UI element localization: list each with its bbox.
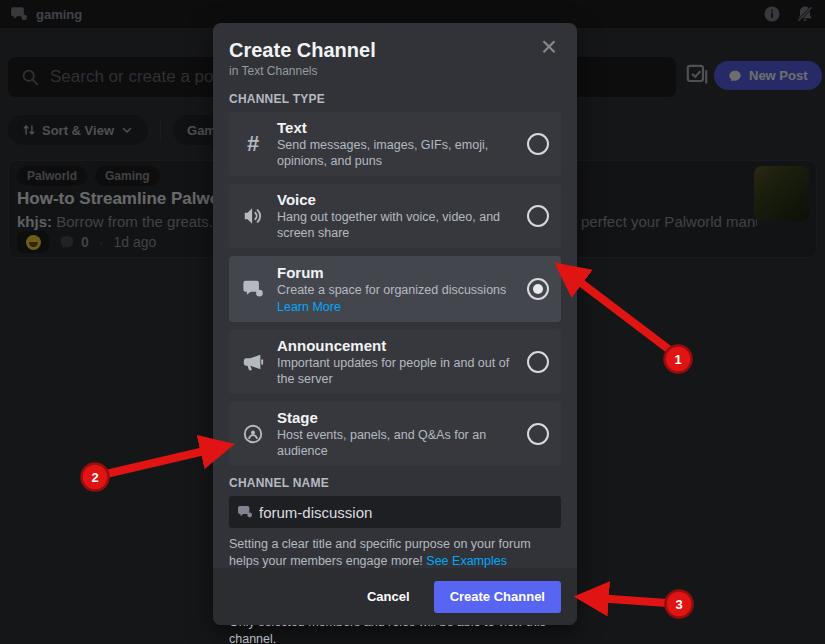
option-title: Text — [277, 119, 515, 136]
forum-icon — [237, 504, 253, 520]
option-body: Stage Host events, panels, and Q&As for … — [277, 409, 515, 459]
channel-type-options: # Text Send messages, images, GIFs, emoj… — [213, 112, 577, 466]
radio-button[interactable] — [527, 423, 549, 445]
modal-subtitle: in Text Channels — [229, 64, 561, 78]
option-desc: Hang out together with voice, video, and… — [277, 209, 515, 241]
radio-button-selected[interactable] — [527, 278, 549, 300]
option-desc: Send messages, images, GIFs, emoji, opin… — [277, 137, 515, 169]
option-desc: Host events, panels, and Q&As for an aud… — [277, 427, 515, 459]
option-title: Voice — [277, 191, 515, 208]
megaphone-icon — [241, 350, 265, 374]
discord-forum-view: gaming New Post Sort & View Gaming F — [0, 0, 825, 644]
radio-button[interactable] — [527, 133, 549, 155]
option-body: Voice Hang out together with voice, vide… — [277, 191, 515, 241]
close-icon[interactable]: × — [535, 33, 563, 61]
radio-button[interactable] — [527, 351, 549, 373]
channel-name-helper: Setting a clear title and specific purpo… — [229, 536, 561, 570]
forum-icon — [241, 277, 265, 301]
speaker-icon — [241, 204, 265, 228]
channel-type-label: CHANNEL TYPE — [213, 92, 577, 106]
see-examples-link[interactable]: See Examples — [426, 554, 507, 568]
hash-icon: # — [241, 132, 265, 156]
option-desc: Important updates for people in and out … — [277, 355, 515, 387]
option-title: Forum — [277, 264, 515, 281]
learn-more-link[interactable]: Learn More — [277, 300, 515, 314]
option-title: Announcement — [277, 337, 515, 354]
channel-type-option-announcement[interactable]: Announcement Important updates for peopl… — [229, 330, 561, 394]
cancel-button[interactable]: Cancel — [351, 581, 426, 613]
option-body: Forum Create a space for organized discu… — [277, 264, 515, 314]
create-channel-modal: × Create Channel in Text Channels CHANNE… — [213, 23, 577, 625]
modal-header: Create Channel in Text Channels — [213, 23, 577, 78]
option-body: Announcement Important updates for peopl… — [277, 337, 515, 387]
channel-name-input[interactable] — [259, 504, 553, 521]
modal-footer: Cancel Create Channel — [213, 568, 577, 625]
channel-type-option-forum[interactable]: Forum Create a space for organized discu… — [229, 256, 561, 322]
create-channel-button[interactable]: Create Channel — [434, 581, 561, 613]
channel-name-field[interactable] — [229, 496, 561, 528]
option-title: Stage — [277, 409, 515, 426]
stage-icon — [241, 422, 265, 446]
channel-type-option-voice[interactable]: Voice Hang out together with voice, vide… — [229, 184, 561, 248]
channel-name-label: CHANNEL NAME — [213, 476, 577, 490]
option-body: Text Send messages, images, GIFs, emoji,… — [277, 119, 515, 169]
radio-button[interactable] — [527, 205, 549, 227]
channel-type-option-text[interactable]: # Text Send messages, images, GIFs, emoj… — [229, 112, 561, 176]
option-desc: Create a space for organized discussions — [277, 282, 515, 298]
modal-title: Create Channel — [229, 39, 561, 62]
channel-type-option-stage[interactable]: Stage Host events, panels, and Q&As for … — [229, 402, 561, 466]
